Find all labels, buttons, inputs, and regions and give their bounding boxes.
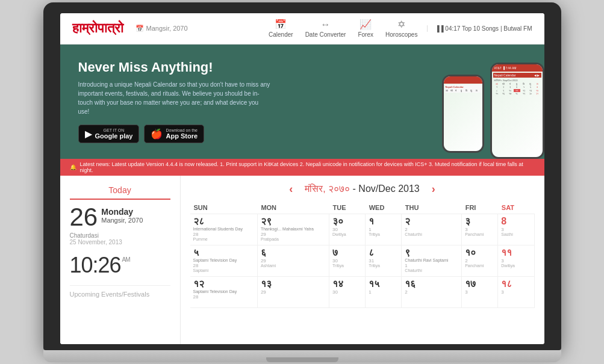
calendar-grid: SUN MON TUE WED THU FRI SAT	[190, 202, 535, 308]
col-sun: SUN	[190, 202, 258, 214]
list-item[interactable]: ११ 3 Dwitiya	[498, 245, 534, 276]
col-tue: TUE	[329, 202, 366, 214]
phone-screen-content-small: Nepali Calendar आसोमंबुविशुश	[444, 84, 482, 151]
nav-forex[interactable]: 📈 Forex	[358, 19, 373, 38]
calendar-nav-icon: 📅	[275, 19, 287, 30]
logo-devanagari: हाम्रोपात्रो	[72, 20, 123, 35]
list-item[interactable]: ९ Chaturthi Ravi Saptami 1 Chaturthi	[402, 245, 462, 276]
laptop-base	[43, 350, 561, 362]
horoscope-icon: ✡	[397, 19, 405, 30]
calendar-icon: 📅	[135, 25, 144, 32]
col-fri: FRI	[462, 202, 498, 214]
app-store-button[interactable]: 🍎 Download on the App Store	[144, 125, 204, 143]
ticker-text: 04:17 Top 10 Songs | Butwal FM	[445, 25, 532, 32]
list-item[interactable]: १० 2 Panchami	[462, 245, 498, 276]
phone-screen-header-small	[444, 76, 482, 84]
table-row: २८ International Students Day 28 Pumme २…	[190, 214, 535, 245]
list-item[interactable]: २९ Thanksgi... Mahalaxmi Yatra 29 Pratip…	[257, 214, 329, 245]
calendar-header-row: SUN MON TUE WED THU FRI SAT	[190, 202, 535, 214]
hero-section: Never Miss Anything! Introducing a uniqu…	[60, 45, 544, 159]
list-item[interactable]: ३ 3 Panchami	[462, 214, 498, 245]
list-item[interactable]: २८ International Students Day 28 Pumme	[190, 214, 258, 245]
list-item[interactable]: १ 1 Tritiya	[366, 214, 402, 245]
ticker-bar: 🔔 Latest news: Latest update Version 4.4…	[60, 159, 544, 176]
app-store-name: App Store	[166, 132, 198, 140]
header-date-text: Mangsir, 2070	[146, 25, 188, 32]
col-mon: MON	[257, 202, 329, 214]
list-item[interactable]: ७ 30 Tritiya	[329, 245, 366, 276]
today-tithi: Chaturdasi	[70, 232, 170, 239]
nav-calendar[interactable]: 📅 Calender	[269, 19, 293, 38]
google-play-label: GET IT ON	[95, 128, 133, 132]
list-item[interactable]: १४ 30	[329, 276, 366, 307]
upcoming-label: Upcoming Events/Festivals	[70, 285, 170, 298]
google-play-icon: ▶	[85, 128, 92, 140]
header-nav: 📅 Calender ↔ Date Converter 📈 Forex ✡ Ho…	[269, 19, 417, 38]
forex-icon: 📈	[360, 19, 372, 30]
main-content: Today 26 Monday Mangsir, 2070 Chaturdasi…	[60, 176, 544, 344]
nav-date-converter[interactable]: ↔ Date Converter	[305, 19, 346, 38]
list-item[interactable]: १८ 3	[498, 276, 534, 307]
today-date-row: 26 Monday Mangsir, 2070	[70, 205, 170, 230]
today-label: Today	[70, 185, 170, 200]
laptop-bezel: हाम्रोपात्रो 📅 Mangsir, 2070 📅 Calender …	[43, 2, 561, 350]
site-header: हाम्रोपात्रो 📅 Mangsir, 2070 📅 Calender …	[60, 13, 544, 45]
site-logo: हाम्रोपात्रो	[72, 20, 123, 36]
today-weekday: Monday	[101, 207, 143, 217]
list-item[interactable]: ८ 31 Tritiya	[366, 245, 402, 276]
converter-icon: ↔	[321, 19, 331, 30]
nav-horoscopes[interactable]: ✡ Horoscopes	[385, 19, 417, 38]
calendar-next-button[interactable]: ›	[432, 183, 435, 196]
today-day-info: Monday Mangsir, 2070	[101, 205, 143, 224]
laptop-container: हाम्रोपात्रो 📅 Mangsir, 2070 📅 Calender …	[43, 2, 561, 362]
calendar-english-months: Nov/Dec 2013	[358, 184, 419, 194]
list-item[interactable]: १३ 29	[257, 276, 329, 307]
laptop-screen: हाम्रोपात्रो 📅 Mangsir, 2070 📅 Calender …	[60, 13, 544, 344]
today-english-date: 25 November, 2013	[70, 239, 170, 245]
today-day-number: 26	[70, 205, 98, 230]
time-ampm: AM	[122, 256, 130, 263]
calendar-prev-button[interactable]: ‹	[289, 183, 293, 196]
phone-screen-content-large: Nepali Calendar◀ ▶ आश्विन < Sep/Oct 2013…	[492, 72, 543, 157]
header-ticker: ▐▐ 04:17 Top 10 Songs | Butwal FM	[427, 25, 532, 32]
calendar-panel: ‹ मंसिर, २०७० - Nov/Dec 2013 › SUN	[181, 176, 544, 344]
list-item[interactable]: १६ 2	[402, 276, 462, 307]
today-nepali-month: Mangsir, 2070	[101, 217, 143, 224]
nav-converter-label: Date Converter	[305, 31, 346, 38]
phone-screen-large: AT&T ▐ 7:44 AM Nepali Calendar◀ ▶ आश्विन…	[492, 64, 543, 157]
nav-calendar-label: Calender	[269, 31, 293, 38]
google-play-text: GET IT ON Google play	[95, 128, 133, 140]
calendar-title-dash: -	[353, 184, 359, 194]
google-play-button[interactable]: ▶ GET IT ON Google play	[78, 125, 140, 143]
time-value: 10:26	[70, 253, 121, 278]
calendar-nav: ‹ मंसिर, २०७० - Nov/Dec 2013 ›	[190, 183, 535, 196]
list-item[interactable]: २ 2 Chaturthi	[402, 214, 462, 245]
list-item[interactable]: १२ Saptami Television Day 28	[190, 276, 258, 307]
list-item[interactable]: ६ 29 Ashtami	[257, 245, 329, 276]
col-thu: THU	[402, 202, 462, 214]
list-item[interactable]: १७ 3	[462, 276, 498, 307]
app-store-text: Download on the App Store	[166, 128, 198, 140]
list-item[interactable]: ५ Saptami Television Day 28 Saptami	[190, 245, 258, 276]
today-time: 10:26 AM	[70, 253, 170, 278]
phone-mockup-small: Nepali Calendar आसोमंबुविशुश	[442, 75, 484, 153]
phone-mockup-large: AT&T ▐ 7:44 AM Nepali Calendar◀ ▶ आश्विन…	[490, 63, 544, 159]
col-wed: WED	[366, 202, 402, 214]
ticker-bar-text: Latest news: Latest update Version 4.4.4…	[80, 161, 535, 173]
ticker-icon: ▐▐	[435, 25, 443, 32]
calendar-title: मंसिर, २०७० - Nov/Dec 2013	[305, 184, 420, 194]
phone-screen-small: Nepali Calendar आसोमंबुविशुश	[444, 76, 482, 151]
header-date: 📅 Mangsir, 2070	[135, 25, 188, 32]
store-buttons: ▶ GET IT ON Google play 🍎 Download on th…	[78, 125, 271, 143]
list-item[interactable]: ३० 30 Dwitiya	[329, 214, 366, 245]
list-item[interactable]: १५ 1	[366, 276, 402, 307]
list-item[interactable]: 8 3 Sasthi	[498, 214, 534, 245]
phone-screen-header-large: AT&T ▐ 7:44 AM	[492, 64, 543, 72]
apple-icon: 🍎	[151, 128, 163, 140]
nav-horoscope-label: Horoscopes	[385, 31, 417, 38]
hero-description: Introducing a unique Nepali Calendar so …	[78, 80, 271, 116]
laptop-notch	[266, 357, 338, 362]
hero-phones: Nepali Calendar आसोमंबुविशुश AT	[442, 63, 544, 159]
table-row: ५ Saptami Television Day 28 Saptami ६ 29…	[190, 245, 535, 276]
today-panel: Today 26 Monday Mangsir, 2070 Chaturdasi…	[60, 176, 181, 344]
